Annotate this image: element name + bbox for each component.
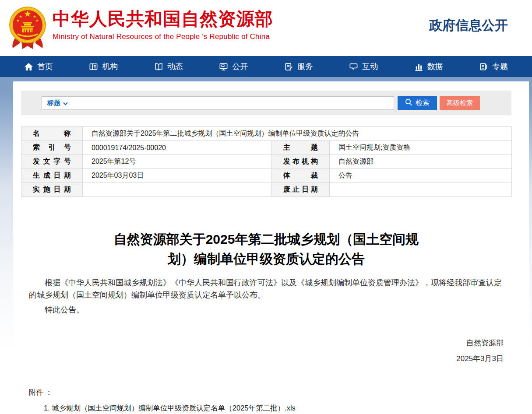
- main-panel: 标题 检索 高级检索 名称 自然资源部关于2025年第二批城乡规划（国土空: [13, 81, 529, 414]
- nav-item-disclosure[interactable]: 公开: [219, 61, 248, 72]
- meta-row-index: 索引号 000019174/2025-00020 主题 国土空间规划;资质资格: [21, 141, 512, 155]
- site-subtitle: Ministry of Natural Resources of the Peo…: [53, 32, 273, 41]
- document-meta-table: 名称 自然资源部关于2025年第二批城乡规划（国土空间规划）编制单位甲级资质认定…: [21, 126, 512, 197]
- nav-item-news[interactable]: 动态: [154, 61, 183, 72]
- meta-value-issuer: 自然资源部: [330, 155, 512, 169]
- search-input-wrap: 标题: [42, 96, 394, 110]
- search-icon: [405, 98, 412, 108]
- article-date: 2025年3月3日: [29, 351, 504, 367]
- meta-value-index-no: 000019174/2025-00020: [83, 141, 272, 155]
- news-book-icon: [154, 62, 163, 71]
- meta-row-docno: 发文字号 2025年第12号 发布机构 自然资源部: [21, 155, 512, 169]
- home-icon: [24, 62, 33, 71]
- meta-label-effective-date: 实施日期: [21, 183, 83, 197]
- meta-label-index-no: 索引号: [21, 141, 83, 155]
- nav-item-home[interactable]: 首页: [24, 61, 53, 72]
- article-signer: 自然资源部: [29, 335, 504, 351]
- announcement-article: 自然资源部关于2025年第二批城乡规划（国土空间规划）编制单位甲级资质认定的公告…: [29, 229, 504, 414]
- meta-value-repeal-date: [330, 183, 512, 197]
- meta-value-genre: 公告: [330, 169, 512, 183]
- page-title: 自然资源部关于2025年第二批城乡规划（国土空间规划）编制单位甲级资质认定的公告: [113, 229, 419, 269]
- meta-value-name: 自然资源部关于2025年第二批城乡规划（国土空间规划）编制单位甲级资质认定的公告: [83, 127, 512, 141]
- meta-value-subject: 国土空间规划;资质资格: [330, 141, 512, 155]
- article-paragraph: 特此公告。: [29, 304, 504, 316]
- meta-label-doc-no: 发文字号: [21, 155, 83, 169]
- meta-value-effective-date: [83, 183, 272, 197]
- meta-row-dates: 生成日期 2025年03月03日 体裁 公告: [21, 169, 512, 183]
- disclosure-screen-icon: [219, 62, 228, 71]
- meta-row-name: 名称 自然资源部关于2025年第二批城乡规划（国土空间规划）编制单位甲级资质认定…: [21, 127, 512, 141]
- nav-item-service[interactable]: 服务: [284, 61, 313, 72]
- meta-label-name: 名称: [21, 127, 83, 141]
- service-edit-icon: [284, 62, 293, 71]
- meta-label-genre: 体裁: [272, 169, 330, 183]
- site-title-block: 中华人民共和国自然资源部 Ministry of Natural Resourc…: [53, 10, 273, 41]
- data-chart-icon: [414, 62, 423, 71]
- meta-label-repeal-date: 废止日期: [272, 183, 330, 197]
- special-topic-icon: [479, 62, 488, 71]
- attachments-section: 附件 ： 1. 城乡规划（国土空间规划）编制单位甲级资质认定名单（2025年第二…: [29, 388, 504, 414]
- nav-item-data[interactable]: 数据: [414, 61, 443, 72]
- nav-item-org[interactable]: 机构: [89, 61, 118, 72]
- gov-info-disclosure-link[interactable]: 政府信息公开: [429, 17, 508, 35]
- interaction-chat-icon: [349, 62, 358, 71]
- meta-label-created-date: 生成日期: [21, 169, 83, 183]
- nav-item-topic[interactable]: 专题: [479, 61, 508, 72]
- meta-value-doc-no: 2025年第12号: [83, 155, 272, 169]
- search-bar: 标题 检索 高级检索: [21, 91, 511, 115]
- advanced-search-button[interactable]: 高级检索: [440, 96, 480, 110]
- national-emblem-icon: [9, 4, 46, 54]
- main-nav: 首页 机构 动态 公开 服务 互动 数据: [0, 56, 532, 77]
- search-input[interactable]: [68, 96, 394, 110]
- search-button[interactable]: 检索: [398, 96, 437, 110]
- meta-label-subject: 主题: [272, 141, 330, 155]
- meta-value-created-date: 2025年03月03日: [83, 169, 272, 183]
- article-paragraph: 根据《中华人民共和国城乡规划法》《中华人民共和国行政许可法》以及《城乡规划编制单…: [29, 277, 504, 301]
- organization-icon: [89, 62, 98, 71]
- site-header: 中华人民共和国自然资源部 Ministry of Natural Resourc…: [0, 0, 532, 56]
- chevron-down-icon: [63, 99, 68, 107]
- meta-label-issuer: 发布机构: [272, 155, 330, 169]
- meta-row-effective: 实施日期 废止日期: [21, 183, 512, 197]
- site-title: 中华人民共和国自然资源部: [53, 10, 273, 28]
- ministry-logo[interactable]: [9, 4, 46, 54]
- search-field-selector[interactable]: 标题: [47, 99, 68, 107]
- attachments-label: 附件 ：: [29, 388, 504, 397]
- nav-item-interaction[interactable]: 互动: [349, 61, 378, 72]
- attachment-link[interactable]: 1. 城乡规划（国土空间规划）编制单位甲级资质认定名单（2025年第二批）.xl…: [44, 403, 504, 413]
